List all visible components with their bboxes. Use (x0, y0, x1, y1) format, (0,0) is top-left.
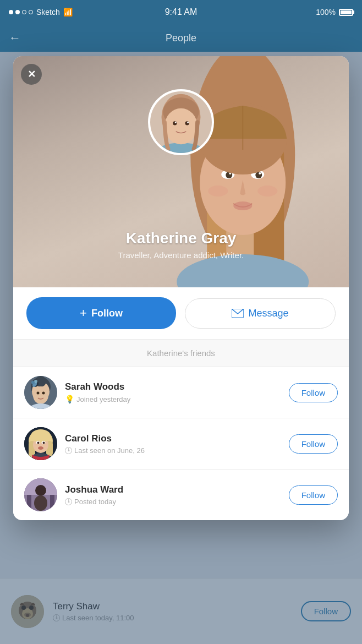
joshua-avatar (24, 478, 57, 511)
joshua-avatar-image (24, 478, 57, 511)
carol-meta-text: Last seen on June, 26 (74, 446, 145, 455)
friends-section-header: Katherine's friends (13, 340, 349, 367)
friend-item-sarah: Sarah Woods 💡 Joined yesterday Follow (13, 367, 349, 418)
follow-label: Follow (91, 308, 123, 319)
svg-rect-63 (50, 492, 54, 511)
signal-dots (9, 10, 33, 14)
carrier-label: Sketch (36, 8, 60, 17)
svg-point-56 (37, 442, 40, 444)
sarah-avatar-image (24, 376, 57, 409)
svg-point-66 (34, 495, 47, 511)
action-row: + Follow Message (13, 287, 349, 340)
wifi-icon: 📶 (63, 8, 73, 17)
profile-bio: Traveller, Adventure addict, Writer. (13, 250, 349, 260)
carol-follow-button[interactable]: Follow (289, 434, 338, 454)
sarah-avatar (24, 376, 57, 409)
svg-point-29 (173, 121, 177, 125)
sarah-info: Sarah Woods 💡 Joined yesterday (65, 381, 281, 403)
carol-meta: Last seen on June, 26 (65, 446, 281, 455)
battery-icon (339, 9, 353, 16)
svg-point-30 (185, 121, 189, 125)
profile-header: ✕ (13, 56, 349, 287)
friends-title: Katherine's friends (147, 348, 215, 358)
follow-button-main[interactable]: + Follow (26, 297, 176, 329)
close-icon: ✕ (28, 69, 36, 79)
clock-icon-carol (65, 447, 72, 454)
joshua-name: Joshua Ward (65, 484, 281, 495)
modal-overlay: ✕ (0, 52, 362, 644)
dot-1 (9, 10, 13, 14)
joshua-follow-button[interactable]: Follow (289, 485, 338, 505)
sarah-name: Sarah Woods (65, 381, 281, 392)
status-right: 100% (316, 8, 353, 17)
dot-4 (29, 10, 33, 14)
carol-info: Carol Rios Last seen on June, 26 (65, 433, 281, 455)
joshua-info: Joshua Ward Posted today (65, 484, 281, 506)
modal-card: ✕ (13, 56, 349, 520)
svg-point-42 (32, 384, 36, 387)
svg-point-58 (38, 446, 43, 450)
carol-avatar-image (24, 427, 57, 460)
profile-name-area: Katherine Gray Traveller, Adventure addi… (13, 230, 349, 260)
svg-point-22 (257, 185, 277, 197)
status-bar: Sketch 📶 9:41 AM 100% (0, 0, 362, 24)
joshua-meta-text: Posted today (74, 498, 116, 506)
plus-icon: + (80, 306, 87, 320)
svg-point-43 (33, 386, 48, 404)
svg-point-45 (42, 392, 45, 395)
clock-icon-joshua (65, 498, 72, 505)
profile-avatar (148, 89, 214, 155)
status-time: 9:41 AM (165, 7, 198, 17)
friend-item-joshua: Joshua Ward Posted today Follow (13, 470, 349, 520)
back-button[interactable]: ← (9, 31, 21, 45)
svg-point-19 (233, 201, 252, 210)
svg-point-65 (35, 485, 46, 496)
friend-item-carol: Carol Rios Last seen on June, 26 Follow (13, 418, 349, 470)
svg-point-32 (187, 122, 189, 123)
svg-point-31 (175, 122, 177, 123)
svg-point-16 (255, 172, 262, 178)
battery-fill (341, 10, 352, 14)
svg-point-44 (37, 392, 40, 395)
carol-name: Carol Rios (65, 433, 281, 444)
bulb-icon-sarah: 💡 (65, 395, 74, 403)
status-left: Sketch 📶 (9, 8, 73, 17)
svg-point-57 (43, 442, 45, 444)
svg-point-28 (164, 108, 198, 144)
message-label: Message (248, 308, 288, 319)
sarah-meta-text: Joined yesterday (76, 395, 130, 403)
profile-name: Katherine Gray (13, 230, 349, 247)
nav-bar: ← People (0, 24, 362, 52)
battery-percent: 100% (316, 8, 336, 17)
svg-point-21 (208, 185, 228, 197)
carol-avatar (24, 427, 57, 460)
svg-point-53 (31, 429, 51, 443)
dot-3 (22, 10, 26, 14)
nav-title: People (166, 32, 196, 44)
dot-2 (15, 10, 20, 14)
envelope-icon (232, 309, 244, 318)
message-button[interactable]: Message (185, 298, 336, 329)
sarah-meta: 💡 Joined yesterday (65, 395, 281, 403)
joshua-meta: Posted today (65, 498, 281, 506)
profile-avatar-image (150, 91, 212, 153)
svg-point-18 (259, 172, 261, 174)
sarah-follow-button[interactable]: Follow (289, 383, 338, 402)
close-button[interactable]: ✕ (21, 64, 42, 85)
